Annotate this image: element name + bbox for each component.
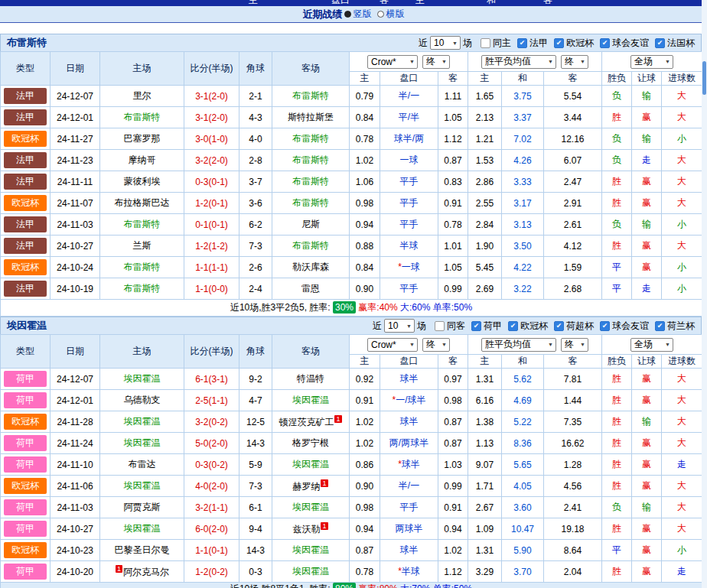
league-filter-checkbox[interactable]: ✔ <box>554 321 564 331</box>
team-name[interactable]: 埃因霍温 <box>124 437 161 448</box>
league-filter-label[interactable]: 欧冠杯 <box>520 320 548 333</box>
league-filter-checkbox[interactable]: ✔ <box>655 38 665 48</box>
match-score[interactable]: 3-1(2-0) <box>184 107 239 128</box>
team-name[interactable]: 蒙彼利埃 <box>124 176 161 187</box>
league-filter-checkbox[interactable]: ✔ <box>600 321 610 331</box>
league-badge[interactable]: 欧冠杯 <box>4 195 47 211</box>
scrollbar[interactable] <box>702 0 707 588</box>
match-score[interactable]: 5-0(2-0) <box>184 433 239 454</box>
league-filter-label[interactable]: 荷甲 <box>484 320 502 333</box>
match-score[interactable]: 3-2(1-1) <box>184 497 239 518</box>
team-name[interactable]: 布雷斯特 <box>124 283 161 294</box>
odds-final-select[interactable]: 终▼ <box>422 338 450 352</box>
match-score[interactable]: 3-2(2-0) <box>184 150 239 171</box>
league-badge[interactable]: 荷甲 <box>4 499 47 515</box>
match-score[interactable]: 6-0(2-0) <box>184 518 239 540</box>
scope-select[interactable]: 全场▼ <box>630 55 673 69</box>
team-name[interactable]: 里尔 <box>133 90 152 101</box>
league-filter-checkbox[interactable]: ✔ <box>655 321 665 331</box>
match-score[interactable]: 3-0(1-0) <box>184 128 239 150</box>
team-name[interactable]: 阿尔克马尔 <box>123 567 169 577</box>
team-name[interactable]: 勒沃库森 <box>292 262 329 272</box>
avg-type-select[interactable]: 胜平负均值▼ <box>481 338 556 352</box>
league-badge[interactable]: 欧冠杯 <box>4 542 47 558</box>
league-badge[interactable]: 法甲 <box>4 216 47 232</box>
team-name[interactable]: 摩纳哥 <box>129 154 156 165</box>
team-name[interactable]: 布拉格斯巴达 <box>115 197 170 208</box>
league-badge[interactable]: 荷甲 <box>4 371 47 387</box>
view-mode-radio[interactable] <box>377 11 384 18</box>
team-name[interactable]: 赫罗纳 <box>292 481 320 492</box>
league-badge[interactable]: 荷甲 <box>4 521 47 537</box>
team-name[interactable]: 埃因霍温 <box>124 373 161 384</box>
league-badge[interactable]: 欧冠杯 <box>4 259 47 275</box>
league-badge[interactable]: 法甲 <box>4 109 47 125</box>
match-score[interactable]: 0-3(0-1) <box>184 171 239 193</box>
league-filter-checkbox[interactable]: ✔ <box>517 38 527 48</box>
league-badge[interactable]: 荷甲 <box>4 392 47 408</box>
team-name[interactable]: 埃因霍温 <box>292 395 329 405</box>
team-name[interactable]: 乌德勒支 <box>124 395 161 405</box>
team-name[interactable]: 兹沃勒 <box>292 524 320 534</box>
team-name[interactable]: 格罗宁根 <box>292 437 329 448</box>
match-score[interactable]: 1-2(0-2) <box>184 561 239 583</box>
team-name[interactable]: 顿涅茨克矿工 <box>279 417 334 427</box>
view-mode-label[interactable]: 竖版 <box>354 8 372 19</box>
team-name[interactable]: 巴塞罗那 <box>124 133 161 144</box>
odds-source-select[interactable]: Crow*▼ <box>367 55 418 69</box>
match-score[interactable]: 0-3(0-2) <box>184 454 239 476</box>
team-name[interactable]: 布雷斯特 <box>292 90 329 101</box>
scrollbar-thumb[interactable] <box>702 61 706 95</box>
league-filter-label[interactable]: 同主 <box>493 37 511 50</box>
league-badge[interactable]: 荷甲 <box>4 564 47 580</box>
match-score[interactable]: 1-1(0-1) <box>184 540 239 561</box>
view-mode-label[interactable]: 横版 <box>386 8 405 19</box>
league-filter-label[interactable]: 球会友谊 <box>612 320 649 333</box>
team-name[interactable]: 布雷斯特 <box>124 262 161 272</box>
odds-source-select[interactable]: Crow*▼ <box>367 338 418 352</box>
team-name[interactable]: 雷恩 <box>301 283 320 294</box>
league-filter-label[interactable]: 法国杯 <box>667 37 695 50</box>
team-name[interactable]: 埃因霍温 <box>292 566 329 577</box>
team-name[interactable]: 埃因霍温 <box>124 480 161 491</box>
team-name[interactable]: 布雷斯特 <box>292 154 329 165</box>
team-name[interactable]: 布雷斯特 <box>292 240 329 251</box>
league-badge[interactable]: 欧冠杯 <box>4 478 47 494</box>
team-name[interactable]: 斯特拉斯堡 <box>288 112 334 122</box>
league-badge[interactable]: 法甲 <box>4 88 47 104</box>
team-name[interactable]: 埃因霍温 <box>124 416 161 427</box>
league-filter-label[interactable]: 欧冠杯 <box>566 37 594 50</box>
team-name[interactable]: 布雷斯特 <box>292 197 329 208</box>
league-badge[interactable]: 欧冠杯 <box>4 131 47 147</box>
match-score[interactable]: 3-2(0-2) <box>184 411 239 433</box>
avg-final-select[interactable]: 终▼ <box>561 55 588 69</box>
league-filter-label[interactable]: 法甲 <box>529 37 548 50</box>
view-mode-radio[interactable] <box>344 11 351 18</box>
match-score[interactable]: 1-2(1-2) <box>184 236 239 257</box>
league-filter-checkbox[interactable] <box>435 321 445 331</box>
team-name[interactable]: 埃因霍温 <box>292 459 329 469</box>
team-name[interactable]: 埃因霍温 <box>292 544 329 555</box>
match-score[interactable]: 1-1(1-1) <box>184 257 239 278</box>
team-name[interactable]: 布雷斯特 <box>124 112 161 122</box>
league-badge[interactable]: 法甲 <box>4 152 47 168</box>
match-score[interactable]: 2-5(1-1) <box>184 390 239 411</box>
league-filter-label[interactable]: 球会友谊 <box>612 37 649 50</box>
team-name[interactable]: 布雷达 <box>129 459 156 469</box>
games-count-select[interactable]: 10▼ <box>430 36 461 50</box>
match-score[interactable]: 4-0(2-0) <box>184 476 239 497</box>
avg-type-select[interactable]: 胜平负均值▼ <box>481 55 556 69</box>
league-filter-checkbox[interactable]: ✔ <box>554 38 564 48</box>
league-badge[interactable]: 荷甲 <box>4 456 47 473</box>
league-filter-checkbox[interactable]: ✔ <box>600 38 610 48</box>
team-name[interactable]: 尼斯 <box>301 219 320 229</box>
team-name[interactable]: 布雷斯特 <box>124 219 161 229</box>
league-badge[interactable]: 荷甲 <box>4 435 47 451</box>
league-badge[interactable]: 法甲 <box>4 174 47 190</box>
match-score[interactable]: 1-2(0-1) <box>184 193 239 214</box>
team-name[interactable]: 布雷斯特 <box>292 176 329 187</box>
avg-final-select[interactable]: 终▼ <box>561 338 588 352</box>
league-badge[interactable]: 欧冠杯 <box>4 414 47 430</box>
league-filter-checkbox[interactable] <box>481 38 490 48</box>
league-filter-checkbox[interactable]: ✔ <box>508 321 518 331</box>
